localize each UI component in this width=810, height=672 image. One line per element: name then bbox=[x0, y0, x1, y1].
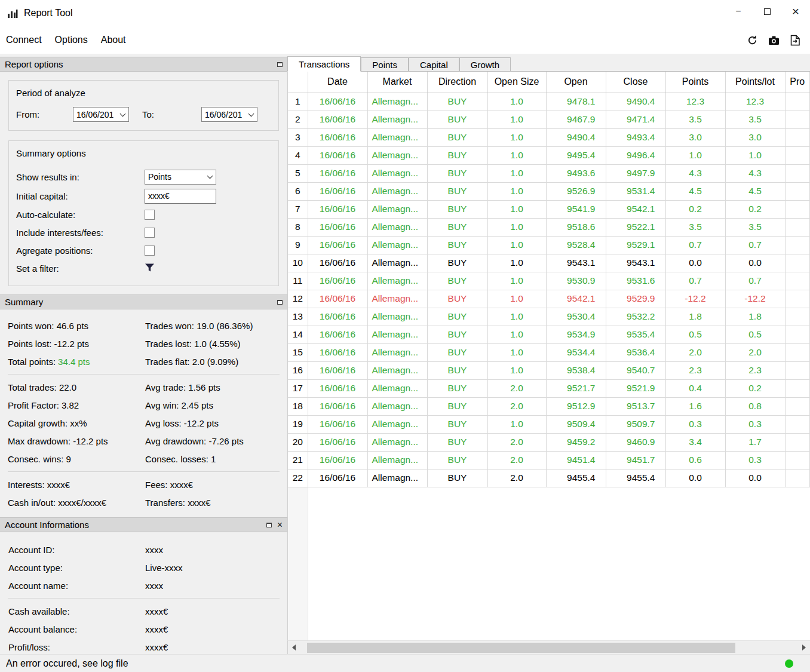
column-header-close[interactable]: Close bbox=[606, 72, 665, 93]
date-cell: 16/06/16 bbox=[308, 433, 367, 451]
maximize-button[interactable] bbox=[753, 0, 781, 23]
open-cell: 9495.4 bbox=[546, 146, 606, 164]
profit-cell bbox=[785, 128, 810, 146]
transaction-row[interactable]: 2116/06/16Allemagn...BUY2.09451.49451.70… bbox=[288, 451, 810, 469]
tab-growth[interactable]: Growth bbox=[459, 57, 511, 71]
open-cell: 9526.9 bbox=[546, 182, 606, 200]
column-header-market[interactable]: Market bbox=[367, 72, 427, 93]
market-cell: Allemagn... bbox=[367, 164, 427, 182]
auto-calculate-checkbox[interactable] bbox=[145, 210, 155, 220]
points-cell: 1.8 bbox=[665, 308, 725, 326]
transaction-row[interactable]: 216/06/16Allemagn...BUY1.09467.99471.43.… bbox=[288, 111, 810, 128]
transaction-row[interactable]: 1516/06/16Allemagn...BUY1.09534.49536.42… bbox=[288, 343, 810, 361]
to-date-value: 16/06/201 bbox=[205, 110, 242, 119]
points-cell: 4.3 bbox=[665, 164, 725, 182]
transaction-row[interactable]: 1116/06/16Allemagn...BUY1.09530.99531.60… bbox=[288, 272, 810, 290]
points-lot-cell: 2.3 bbox=[725, 361, 785, 379]
export-icon[interactable] bbox=[788, 33, 802, 47]
tab-capital[interactable]: Capital bbox=[409, 57, 459, 71]
column-header-direction[interactable]: Direction bbox=[427, 72, 487, 93]
transaction-row[interactable]: 1016/06/16Allemagn...BUY1.09543.19543.10… bbox=[288, 254, 810, 272]
transaction-row[interactable]: 2216/06/16Allemagn...BUY2.09455.49455.40… bbox=[288, 469, 810, 487]
float-panel-icon[interactable] bbox=[277, 62, 283, 67]
menu-item-connect[interactable]: Connect bbox=[6, 31, 48, 49]
points-cell: 2.3 bbox=[665, 361, 725, 379]
points-cell: 0.0 bbox=[665, 254, 725, 272]
scroll-left-button[interactable] bbox=[288, 641, 300, 654]
menu-bar: Connect Options About bbox=[0, 26, 810, 54]
report-options-title: Report options bbox=[5, 59, 63, 69]
summary-body: Points won: 46.6 pts Trades won: 19.0 (8… bbox=[0, 309, 287, 517]
points-cell: 0.4 bbox=[665, 379, 725, 397]
scrollbar-thumb[interactable] bbox=[307, 643, 735, 653]
transaction-row[interactable]: 416/06/16Allemagn...BUY1.09495.49496.41.… bbox=[288, 146, 810, 164]
to-date-combobox[interactable]: 16/06/201 bbox=[201, 107, 257, 122]
profit-cell bbox=[785, 308, 810, 326]
transaction-row[interactable]: 1416/06/16Allemagn...BUY1.09534.99535.40… bbox=[288, 326, 810, 343]
column-header-points[interactable]: Points bbox=[665, 72, 725, 93]
column-header-open-size[interactable]: Open Size bbox=[487, 72, 546, 93]
transaction-row[interactable]: 1316/06/16Allemagn...BUY1.09530.49532.21… bbox=[288, 308, 810, 326]
close-button[interactable]: × bbox=[781, 0, 810, 23]
column-header-profit[interactable]: Pro bbox=[785, 72, 810, 93]
transaction-row[interactable]: 1616/06/16Allemagn...BUY1.09538.49540.72… bbox=[288, 361, 810, 379]
date-cell: 16/06/16 bbox=[308, 200, 367, 218]
tab-transactions[interactable]: Transactions bbox=[287, 56, 361, 72]
filter-icon[interactable] bbox=[145, 263, 155, 274]
close-panel-icon[interactable]: × bbox=[277, 520, 283, 530]
row-number-cell: 2 bbox=[288, 111, 308, 128]
open-size-cell: 1.0 bbox=[487, 236, 546, 254]
open-cell: 9478.1 bbox=[546, 93, 606, 111]
from-date-combobox[interactable]: 16/06/201 bbox=[73, 107, 129, 122]
market-cell: Allemagn... bbox=[367, 326, 427, 343]
transaction-row[interactable]: 816/06/16Allemagn...BUY1.09518.69522.13.… bbox=[288, 218, 810, 236]
right-panel: Transactions Points Capital Growth Date bbox=[287, 54, 810, 654]
horizontal-scrollbar[interactable] bbox=[287, 640, 810, 654]
column-header-points-lot[interactable]: Points/lot bbox=[725, 72, 785, 93]
points-cell: -12.2 bbox=[665, 290, 725, 308]
row-number-cell: 8 bbox=[288, 218, 308, 236]
scrollbar-track[interactable] bbox=[300, 641, 798, 654]
scroll-right-button[interactable] bbox=[798, 641, 810, 654]
refresh-icon[interactable] bbox=[745, 33, 759, 47]
float-panel-icon[interactable] bbox=[266, 523, 272, 527]
from-label: From: bbox=[16, 109, 73, 119]
points-lot-cell: 0.3 bbox=[725, 415, 785, 433]
float-panel-icon[interactable] bbox=[277, 300, 283, 305]
close-cell: 9529.9 bbox=[606, 290, 665, 308]
transaction-row[interactable]: 1716/06/16Allemagn...BUY2.09521.79521.90… bbox=[288, 379, 810, 397]
show-results-combobox[interactable]: Points bbox=[145, 170, 216, 185]
stat-total-points: Total points:34.4 pts bbox=[8, 357, 145, 367]
divider bbox=[8, 598, 280, 599]
points-cell: 0.7 bbox=[665, 272, 725, 290]
column-header-date[interactable]: Date bbox=[308, 72, 367, 93]
include-fees-checkbox[interactable] bbox=[145, 228, 155, 238]
close-cell: 9540.7 bbox=[606, 361, 665, 379]
points-cell: 3.5 bbox=[665, 111, 725, 128]
transaction-row[interactable]: 1916/06/16Allemagn...BUY1.09509.49509.70… bbox=[288, 415, 810, 433]
transaction-row[interactable]: 2016/06/16Allemagn...BUY2.09459.29460.93… bbox=[288, 433, 810, 451]
transaction-row[interactable]: 716/06/16Allemagn...BUY1.09541.99542.10.… bbox=[288, 200, 810, 218]
profit-loss-value: xxxx€ bbox=[145, 642, 279, 652]
minimize-button[interactable]: − bbox=[724, 0, 753, 23]
initial-capital-input[interactable] bbox=[145, 189, 216, 204]
close-cell: 9531.6 bbox=[606, 272, 665, 290]
tab-points[interactable]: Points bbox=[361, 57, 409, 71]
agregate-positions-checkbox[interactable] bbox=[145, 246, 155, 256]
points-lot-cell: 1.8 bbox=[725, 308, 785, 326]
camera-icon[interactable] bbox=[767, 33, 780, 47]
profit-cell bbox=[785, 379, 810, 397]
transaction-row[interactable]: 116/06/16Allemagn...BUY1.09478.19490.412… bbox=[288, 93, 810, 111]
transaction-row[interactable]: 1216/06/16Allemagn...BUY1.09542.19529.9-… bbox=[288, 290, 810, 308]
transaction-row[interactable]: 516/06/16Allemagn...BUY1.09493.69497.94.… bbox=[288, 164, 810, 182]
transaction-row[interactable]: 916/06/16Allemagn...BUY1.09528.49529.10.… bbox=[288, 236, 810, 254]
transaction-row[interactable]: 1816/06/16Allemagn...BUY2.09512.99513.71… bbox=[288, 397, 810, 415]
column-header-open[interactable]: Open bbox=[546, 72, 606, 93]
row-number-cell: 9 bbox=[288, 236, 308, 254]
left-panel: Report options Period of analyze From: 1… bbox=[0, 54, 287, 654]
profit-cell bbox=[785, 272, 810, 290]
menu-item-options[interactable]: Options bbox=[48, 31, 94, 49]
transaction-row[interactable]: 316/06/16Allemagn...BUY1.09490.49493.43.… bbox=[288, 128, 810, 146]
transaction-row[interactable]: 616/06/16Allemagn...BUY1.09526.99531.44.… bbox=[288, 182, 810, 200]
menu-item-about[interactable]: About bbox=[94, 31, 133, 49]
